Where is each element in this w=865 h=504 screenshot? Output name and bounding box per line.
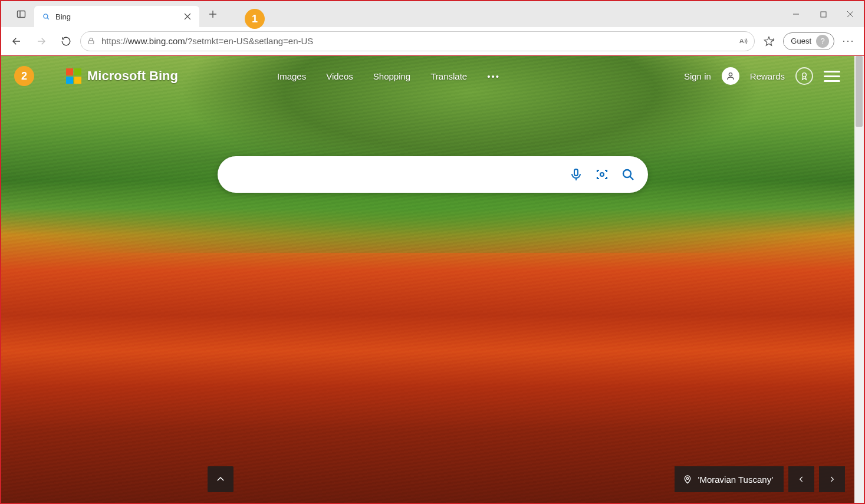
location-pin-icon	[683, 475, 692, 484]
new-tab-button[interactable]	[203, 4, 223, 24]
svg-rect-14	[88, 41, 94, 44]
url-path: /?setmkt=en-US&setlang=en-US	[185, 36, 314, 46]
tab-title: Bing	[55, 12, 176, 21]
forward-button[interactable]	[31, 31, 52, 52]
bing-brand-text: Microsoft Bing	[87, 68, 178, 84]
browser-tab[interactable]: Bing	[34, 6, 199, 27]
lock-icon	[87, 37, 96, 45]
back-button[interactable]	[6, 31, 27, 52]
favorites-button[interactable]	[758, 31, 780, 52]
bing-logo[interactable]: Microsoft Bing	[66, 68, 178, 84]
bing-nav: Images Videos Shopping Translate •••	[277, 71, 500, 81]
rewards-badge-icon[interactable]	[795, 67, 813, 85]
url-host: www.bing.com	[128, 36, 185, 46]
wallpaper	[1, 56, 854, 503]
microsoft-logo-icon	[66, 68, 81, 84]
svg-point-19	[802, 73, 807, 77]
wallpaper-info-bar: 'Moravian Tuscany'	[1, 466, 845, 492]
svg-rect-20	[574, 169, 578, 176]
prev-wallpaper-button[interactable]	[788, 466, 814, 492]
read-aloud-icon[interactable]	[738, 36, 748, 47]
guest-avatar-icon: ?	[816, 35, 829, 48]
svg-line-24	[630, 176, 633, 180]
url-scheme: https://	[101, 36, 128, 46]
next-wallpaper-button[interactable]	[819, 466, 845, 492]
page-content: Microsoft Bing Images Videos Shopping Tr…	[1, 55, 864, 503]
svg-line-3	[47, 18, 49, 19]
image-search-icon[interactable]	[595, 167, 609, 182]
svg-point-18	[729, 73, 732, 76]
address-bar[interactable]: https://www.bing.com/?setmkt=en-US&setla…	[80, 31, 755, 51]
svg-point-23	[623, 170, 631, 177]
scrollbar[interactable]	[854, 56, 864, 503]
voice-search-icon[interactable]	[569, 167, 583, 182]
svg-point-2	[44, 14, 48, 18]
bing-favicon-icon	[41, 12, 51, 21]
annotation-1: 1	[245, 9, 265, 29]
search-input[interactable]	[231, 156, 569, 193]
scrollbar-thumb[interactable]	[856, 56, 863, 127]
minimize-button[interactable]	[782, 1, 810, 27]
maximize-button[interactable]	[810, 1, 837, 27]
svg-marker-15	[765, 37, 774, 45]
svg-point-25	[686, 477, 688, 479]
nav-videos[interactable]: Videos	[326, 71, 353, 81]
hamburger-menu-icon[interactable]	[824, 71, 840, 82]
window-controls	[782, 1, 864, 27]
signin-link[interactable]: Sign in	[684, 71, 711, 81]
settings-menu-button[interactable]: ···	[838, 31, 859, 52]
search-box[interactable]	[218, 156, 648, 193]
rewards-link[interactable]: Rewards	[750, 71, 785, 81]
user-avatar-icon[interactable]	[722, 67, 739, 85]
tab-close-button[interactable]	[180, 9, 195, 24]
svg-point-22	[600, 173, 604, 176]
nav-images[interactable]: Images	[277, 71, 306, 81]
bing-header: Microsoft Bing Images Videos Shopping Tr…	[66, 62, 840, 90]
tab-panel-button[interactable]	[8, 1, 34, 27]
svg-rect-9	[821, 12, 826, 17]
refresh-button[interactable]	[55, 31, 77, 52]
svg-rect-0	[18, 11, 25, 18]
nav-translate[interactable]: Translate	[430, 71, 467, 81]
nav-more[interactable]: •••	[487, 71, 500, 81]
profile-pill[interactable]: Guest ?	[783, 32, 834, 50]
search-submit-icon[interactable]	[621, 167, 635, 182]
wallpaper-location[interactable]: 'Moravian Tuscany'	[675, 466, 784, 492]
nav-shopping[interactable]: Shopping	[373, 71, 410, 81]
url-text: https://www.bing.com/?setmkt=en-US&setla…	[101, 36, 732, 46]
close-window-button[interactable]	[837, 1, 864, 27]
toolbar: https://www.bing.com/?setmkt=en-US&setla…	[1, 27, 864, 55]
wallpaper-location-text: 'Moravian Tuscany'	[698, 475, 773, 485]
annotation-2: 2	[14, 66, 34, 86]
expand-up-button[interactable]	[208, 466, 233, 492]
profile-label: Guest	[791, 37, 811, 45]
titlebar: Bing	[1, 1, 864, 27]
